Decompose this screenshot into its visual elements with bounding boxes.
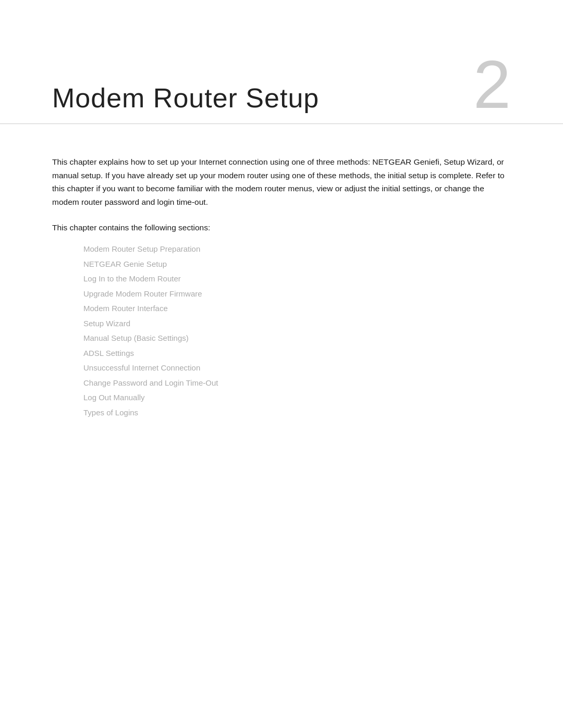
toc-item[interactable]: Modem Router Setup Preparation bbox=[83, 242, 511, 257]
toc-item[interactable]: NETGEAR Genie Setup bbox=[83, 257, 511, 272]
intro-paragraph: This chapter explains how to set up your… bbox=[52, 155, 511, 208]
toc-item[interactable]: Manual Setup (Basic Settings) bbox=[83, 331, 511, 346]
toc-item[interactable]: Setup Wizard bbox=[83, 316, 511, 331]
toc-item[interactable]: Log Out Manually bbox=[83, 390, 511, 405]
chapter-header: Modem Router Setup 2 bbox=[0, 0, 563, 124]
toc-list: Modem Router Setup PreparationNETGEAR Ge… bbox=[83, 242, 511, 420]
page-container: Modem Router Setup 2 This chapter explai… bbox=[0, 0, 563, 728]
toc-item[interactable]: Change Password and Login Time-Out bbox=[83, 376, 511, 391]
chapter-title: Modem Router Setup bbox=[52, 83, 511, 113]
toc-item[interactable]: ADSL Settings bbox=[83, 346, 511, 361]
toc-item[interactable]: Types of Logins bbox=[83, 405, 511, 421]
chapter-number: 2 bbox=[473, 51, 511, 118]
sections-intro-label: This chapter contains the following sect… bbox=[52, 223, 511, 232]
toc-item[interactable]: Upgrade Modem Router Firmware bbox=[83, 287, 511, 302]
toc-item[interactable]: Unsuccessful Internet Connection bbox=[83, 361, 511, 376]
toc-item[interactable]: Log In to the Modem Router bbox=[83, 272, 511, 287]
toc-item[interactable]: Modem Router Interface bbox=[83, 301, 511, 316]
content-area: This chapter explains how to set up your… bbox=[0, 155, 563, 420]
